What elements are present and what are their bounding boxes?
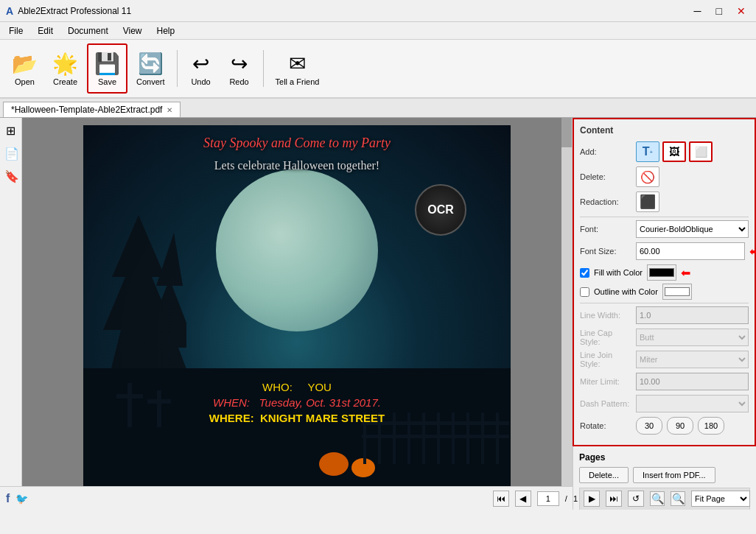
delete-label: Delete:: [580, 172, 631, 181]
fill-color-checkbox[interactable]: [580, 268, 589, 278]
open-button[interactable]: 📂 Open: [6, 43, 43, 94]
open-icon: 📂: [12, 52, 38, 76]
document-tab[interactable]: *Halloween-Template-Able2Extract.pdf ✕: [3, 102, 181, 117]
delete-icon: 🚫: [640, 170, 655, 184]
insert-from-pdf-button[interactable]: Insert from PDF...: [633, 467, 715, 483]
moon-decoration: [216, 169, 378, 331]
bookmark-icon[interactable]: 🔖: [1, 166, 21, 186]
font-size-label: Font Size:: [580, 247, 631, 256]
menu-help[interactable]: Help: [151, 24, 181, 38]
redo-button[interactable]: ↪ Redo: [222, 43, 257, 94]
convert-button[interactable]: 🔄 Convert: [130, 43, 171, 94]
redaction-icon: ⬛: [640, 194, 656, 210]
who-line: WHO: YOU: [83, 381, 511, 393]
main-area: ⊞ 📄 🔖: [0, 118, 756, 486]
undo-button[interactable]: ↩ Undo: [183, 43, 219, 94]
convert-label: Convert: [136, 77, 165, 86]
tell-friend-icon: ✉: [289, 52, 306, 76]
where-label: WHERE:: [209, 412, 254, 424]
tell-friend-button[interactable]: ✉ Tell a Friend: [270, 43, 326, 94]
pdf-page: Stay Spooky and Come to my Party Lets ce…: [83, 125, 511, 486]
restore-button[interactable]: □: [712, 4, 727, 18]
svg-rect-18: [362, 435, 509, 438]
pages-buttons: Delete... Insert from PDF...: [579, 467, 750, 483]
minimize-button[interactable]: ─: [690, 4, 706, 18]
miter-input: [636, 373, 749, 390]
tree-left-decoration: [91, 206, 186, 383]
pdf-subtitle: Lets celebrate Halloween together!: [83, 159, 511, 172]
outline-color-checkbox[interactable]: [580, 287, 589, 297]
thumbnails-icon[interactable]: ⊞: [1, 121, 21, 141]
create-button[interactable]: 🌟 Create: [46, 43, 84, 94]
where-line: WHERE: KNIGHT MARE STREET: [83, 412, 511, 424]
app-title: Able2Extract Professional 11: [18, 6, 131, 16]
title-bar-controls: ─ □ ✕: [690, 4, 750, 18]
redo-label: Redo: [229, 77, 248, 86]
tab-close-button[interactable]: ✕: [167, 106, 172, 114]
menu-document[interactable]: Document: [62, 24, 114, 38]
outline-color-picker[interactable]: [662, 284, 692, 300]
font-row: Font: Courier-BoldOblique: [580, 220, 749, 238]
svg-point-5: [319, 452, 349, 476]
create-label: Create: [53, 77, 77, 86]
shape-icon: ⬜: [695, 146, 707, 158]
save-button[interactable]: 💾 Save: [87, 43, 127, 94]
line-cap-label: Line Cap Style:: [580, 329, 631, 346]
pdf-scrollbar[interactable]: [561, 118, 572, 486]
when-value: Tuesday, Oct. 31st 2017.: [259, 396, 381, 409]
add-image-button[interactable]: 🖼: [662, 141, 686, 162]
delete-row: Delete: 🚫: [580, 166, 749, 187]
pages-icon[interactable]: 📄: [1, 144, 21, 164]
rotate-90-button[interactable]: 90: [667, 417, 693, 435]
save-icon: 💾: [94, 52, 120, 76]
redaction-button[interactable]: ⬛: [636, 192, 659, 212]
delete-page-button[interactable]: Delete...: [579, 467, 629, 483]
next-page-button[interactable]: ▶: [584, 491, 600, 507]
who-label: WHO:: [262, 381, 293, 393]
title-bar: A Able2Extract Professional 11 ─ □ ✕: [0, 0, 756, 22]
dash-label: Dash Pattern:: [580, 399, 631, 408]
zoom-in-button[interactable]: 🔍: [671, 491, 685, 506]
rotate-180-button[interactable]: 180: [698, 417, 724, 435]
facebook-button[interactable]: f: [6, 492, 10, 505]
menu-file[interactable]: File: [3, 24, 29, 38]
line-join-row: Line Join Style: Miter: [580, 351, 749, 368]
rotate-label: Rotate:: [580, 421, 631, 430]
left-panel: ⊞ 📄 🔖: [0, 118, 22, 486]
separator-1: [580, 217, 749, 217]
font-size-input[interactable]: [636, 242, 745, 260]
pdf-viewer: Stay Spooky and Come to my Party Lets ce…: [22, 118, 572, 486]
add-shape-button[interactable]: ⬜: [689, 141, 713, 162]
zoom-select[interactable]: Fit Page 50% 75% 100% 125% 150% 200%: [691, 491, 750, 507]
add-icons: T + 🖼 ⬜: [636, 141, 749, 162]
font-select[interactable]: Courier-BoldOblique: [636, 220, 749, 238]
tab-bar: *Halloween-Template-Able2Extract.pdf ✕: [0, 99, 756, 118]
close-button[interactable]: ✕: [732, 4, 750, 18]
line-cap-row: Line Cap Style: Butt: [580, 329, 749, 346]
dash-select: [636, 395, 749, 412]
outline-color-label: Outline with Color: [594, 287, 658, 296]
fill-color-picker[interactable]: [647, 264, 676, 281]
right-outer: Content Add: T + 🖼 ⬜: [572, 118, 756, 486]
page-number-input[interactable]: [537, 491, 559, 506]
tell-friend-label: Tell a Friend: [276, 77, 320, 86]
first-page-button[interactable]: ⏮: [493, 491, 509, 507]
font-size-row: Font Size: ⬅: [580, 242, 749, 260]
separator-2: [580, 303, 749, 303]
twitter-button[interactable]: 🐦: [15, 493, 28, 505]
prev-page-button[interactable]: ◀: [515, 491, 531, 507]
page-total: 1: [573, 494, 578, 503]
delete-button[interactable]: 🚫: [636, 166, 659, 187]
line-width-label: Line Width:: [580, 311, 631, 320]
when-line: WHEN: Tuesday, Oct. 31st 2017.: [83, 396, 511, 409]
menu-view[interactable]: View: [117, 24, 148, 38]
add-text-button[interactable]: T +: [636, 141, 659, 162]
zoom-out-button[interactable]: 🔍: [650, 491, 665, 506]
menu-edit[interactable]: Edit: [32, 24, 59, 38]
outline-color-row: Outline with Color: [580, 284, 749, 300]
rotate-30-button[interactable]: 30: [636, 417, 662, 435]
redo-icon: ↪: [231, 52, 248, 76]
refresh-button[interactable]: ↺: [628, 491, 644, 507]
scroll-thumb[interactable]: [561, 118, 572, 147]
last-page-button[interactable]: ⏭: [606, 491, 622, 507]
